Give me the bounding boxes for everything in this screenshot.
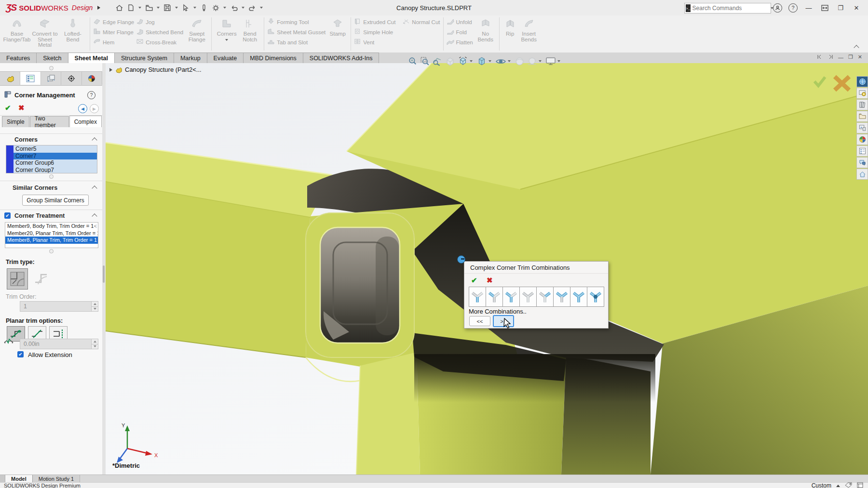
tab-motion-study[interactable]: Motion Study 1 — [33, 475, 80, 483]
tab-complex[interactable]: Complex — [69, 116, 102, 127]
corner-combination-5[interactable] — [537, 287, 554, 306]
custom-properties-icon[interactable] — [856, 145, 868, 157]
tab-two-member[interactable]: Two member — [30, 116, 69, 127]
redo-dropdown-icon[interactable] — [260, 7, 263, 9]
restore-window-icon[interactable]: ❐ — [836, 3, 845, 13]
appearances-scenes-icon[interactable] — [856, 134, 868, 145]
corners-list[interactable]: Corner5 Corner7 Corner Group6 Corner Gro… — [6, 145, 97, 173]
view-settings-icon[interactable] — [545, 56, 562, 66]
edit-appearance-icon[interactable] — [515, 56, 525, 66]
collapse-similar-icon[interactable] — [92, 185, 97, 191]
bend-notch-button[interactable]: Bend Notch — [239, 17, 260, 42]
insert-bends-button[interactable]: Insert Bends — [518, 17, 540, 42]
simple-hole-button[interactable]: Simple Hole — [354, 27, 440, 37]
hide-show-dropdown-icon[interactable] — [508, 60, 511, 62]
normal-cut-button[interactable]: Normal Cut — [402, 17, 440, 27]
list-item-selected[interactable]: Corner7 — [14, 153, 97, 160]
search-scope-icon[interactable]: >_ — [686, 4, 691, 12]
hide-show-items-icon[interactable] — [495, 56, 512, 66]
sketched-bend-button[interactable]: Sketched Bend — [136, 27, 183, 37]
new-document-button[interactable] — [125, 2, 136, 13]
vent-button[interactable]: Vent — [354, 37, 440, 47]
forum-icon[interactable] — [856, 157, 868, 168]
base-flange-button[interactable]: Base Flange/Tab — [3, 17, 30, 42]
corner-combination-1[interactable] — [469, 287, 486, 306]
complex-corner-trim-dialog[interactable]: Complex Corner Trim Combinations ✔ ✖ Mor… — [464, 261, 609, 329]
corner-combination-2[interactable] — [486, 287, 503, 306]
corners-list-resize-handle[interactable] — [49, 174, 54, 179]
edge-flange-button[interactable]: Edge Flange — [93, 17, 134, 27]
forming-tool-button[interactable]: Forming Tool — [267, 17, 326, 27]
scroll-left-hint-icon[interactable]: < — [94, 223, 97, 230]
options-gear-button[interactable] — [210, 2, 221, 13]
zoom-to-fit-icon[interactable] — [407, 56, 418, 66]
select-button[interactable] — [180, 2, 191, 13]
list-item-selected[interactable]: Member8, Planar Trim, Trim Order = 1 — [5, 237, 98, 244]
extension-distance-spinner[interactable] — [91, 339, 98, 349]
undo-button[interactable] — [229, 2, 239, 13]
undo-dropdown-icon[interactable] — [242, 7, 244, 9]
corners-section-header[interactable]: Corners — [0, 136, 102, 144]
dialog-cancel-button[interactable]: ✖ — [487, 276, 493, 285]
tab-dimxpert-manager[interactable] — [61, 72, 81, 85]
search-commands-box[interactable]: >_ — [684, 3, 771, 13]
display-state-dropdown-icon[interactable] — [836, 485, 840, 487]
tab-model[interactable]: Model — [5, 475, 33, 483]
fold-button[interactable]: Fold — [447, 27, 473, 37]
corner-treatment-checkbox[interactable]: ✔ — [4, 212, 11, 219]
menu-flyout-icon[interactable] — [97, 6, 100, 10]
corner-combination-8[interactable] — [587, 287, 604, 306]
list-item[interactable]: Member9, Body Trim, Trim Order = 1< — [5, 223, 98, 230]
ok-button[interactable]: ✔ — [5, 104, 11, 112]
corners-button[interactable]: Corners — [215, 17, 238, 41]
minimize-document-icon[interactable]: — — [838, 54, 843, 60]
dialog-ok-button[interactable]: ✔ — [471, 276, 477, 285]
view-orientation-dropdown-icon[interactable] — [470, 60, 473, 62]
selection-filter-icon[interactable] — [199, 2, 209, 13]
list-item[interactable]: Corner Group6 — [14, 159, 97, 167]
sheet-metal-gusset-button[interactable]: Sheet Metal Gusset — [267, 27, 326, 37]
display-style-icon[interactable] — [476, 56, 493, 66]
convert-to-sheet-metal-button[interactable]: Convert to Sheet Metal — [31, 17, 58, 48]
resize-window-icon[interactable] — [820, 3, 829, 13]
cross-break-button[interactable]: Cross-Break — [136, 37, 183, 47]
tab-and-slot-button[interactable]: Tab and Slot — [267, 37, 326, 47]
editing-sheet-icon[interactable] — [857, 482, 863, 488]
tab-display-manager[interactable] — [82, 72, 102, 85]
corners-dropdown-icon[interactable] — [225, 39, 228, 41]
panel-help-icon[interactable]: ? — [87, 91, 95, 99]
back-button[interactable]: ◀ — [78, 104, 87, 113]
breadcrumb[interactable]: Canopy Structure (Part2<... — [109, 66, 202, 73]
search-input[interactable] — [691, 5, 769, 12]
corner-combination-6[interactable] — [554, 287, 570, 306]
hem-button[interactable]: Hem — [93, 37, 134, 47]
save-dropdown-icon[interactable] — [175, 7, 178, 9]
tab-features[interactable]: Features — [0, 53, 37, 63]
corner-treatment-list[interactable]: Member9, Body Trim, Trim Order = 1< Memb… — [5, 222, 98, 248]
apply-scene-dropdown-icon[interactable] — [539, 60, 542, 62]
panel-resize-handle[interactable] — [49, 66, 54, 70]
solidworks-resources-icon[interactable] — [856, 88, 868, 99]
tab-scroll-handle[interactable] — [0, 475, 5, 483]
collapse-treatment-icon[interactable] — [92, 213, 97, 219]
lofted-bend-button[interactable]: Lofted-Bend — [59, 17, 86, 42]
tab-simple[interactable]: Simple — [2, 116, 29, 127]
rip-button[interactable]: Rip — [503, 17, 517, 37]
home-button[interactable] — [114, 2, 124, 13]
extension-distance-field[interactable]: 0.00in — [20, 339, 98, 349]
help-icon[interactable]: ? — [788, 3, 798, 13]
allow-extension-checkbox[interactable]: ✔ — [17, 351, 24, 357]
tab-solidworks-addins[interactable]: SOLIDWORKS Add-Ins — [303, 53, 380, 63]
section-view-icon[interactable] — [445, 56, 455, 66]
scroll-tabs-right-icon[interactable] — [827, 54, 833, 60]
no-bends-button[interactable]: No Bends — [475, 17, 496, 42]
trim-type-planartrim-button[interactable] — [31, 268, 51, 289]
zoom-to-area-icon[interactable] — [420, 56, 430, 66]
select-dropdown-icon[interactable] — [193, 7, 196, 9]
view-orientation-icon[interactable] — [458, 56, 474, 66]
minimize-window-icon[interactable]: — — [804, 3, 814, 13]
tab-feature-manager[interactable] — [0, 72, 20, 85]
open-button[interactable] — [144, 2, 154, 13]
collapse-corners-icon[interactable] — [92, 137, 97, 143]
forward-button[interactable]: ▶ — [90, 104, 99, 113]
